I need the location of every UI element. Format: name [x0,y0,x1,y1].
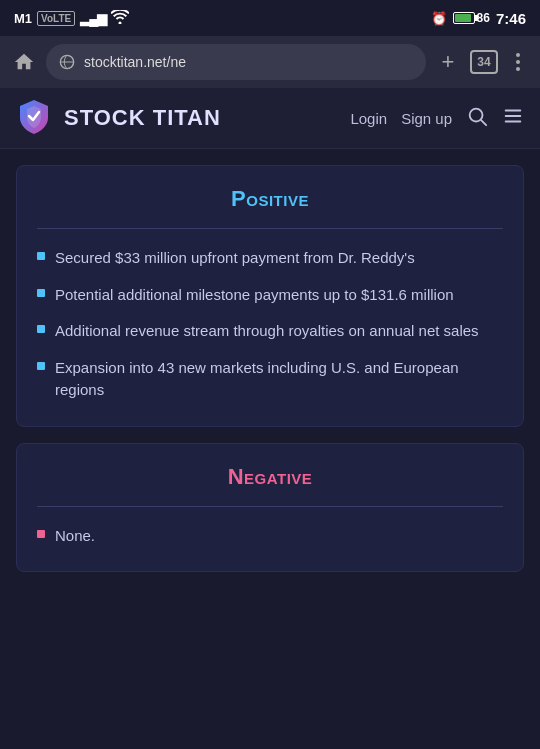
alarm-icon: ⏰ [431,11,447,26]
svg-rect-4 [505,115,522,117]
status-bar: M1 VoLTE ▂▄▆ ⏰ 86 7:46 [0,0,540,36]
list-item: Secured $33 million upfront payment from… [37,247,503,270]
positive-item-4: Expansion into 43 new markets including … [55,357,503,402]
positive-item-1: Secured $33 million upfront payment from… [55,247,415,270]
bullet-icon [37,252,45,260]
negative-title: Negative [37,464,503,490]
header-nav: Login Sign up [350,105,524,132]
bullet-icon [37,325,45,333]
wifi-icon [111,10,129,27]
svg-line-2 [481,120,486,125]
hamburger-icon[interactable] [502,105,524,132]
time-display: 7:46 [496,10,526,27]
tabs-count-button[interactable]: 34 [470,50,498,74]
site-logo[interactable] [16,98,52,138]
url-text: stocktitan.net/ne [84,54,414,70]
positive-divider [37,228,503,229]
list-item: Expansion into 43 new markets including … [37,357,503,402]
negative-item-1: None. [55,525,95,548]
bullet-icon [37,362,45,370]
svg-rect-3 [505,109,522,111]
site-lock-icon [58,53,76,71]
positive-item-3: Additional revenue stream through royalt… [55,320,479,343]
svg-rect-5 [505,120,522,122]
browser-actions: + 34 [434,48,530,76]
positive-item-2: Potential additional milestone payments … [55,284,454,307]
carrier-name: M1 [14,11,32,26]
browser-menu-button[interactable] [506,48,530,76]
bullet-icon [37,289,45,297]
list-item: Additional revenue stream through royalt… [37,320,503,343]
positive-bullet-list: Secured $33 million upfront payment from… [37,247,503,402]
site-header: STOCK TITAN Login Sign up [0,88,540,149]
browser-home-button[interactable] [10,48,38,76]
browser-chrome: stocktitan.net/ne + 34 [0,36,540,88]
bullet-icon [37,530,45,538]
negative-divider [37,506,503,507]
list-item: Potential additional milestone payments … [37,284,503,307]
negative-section: Negative None. [16,443,524,573]
positive-title: Positive [37,186,503,212]
url-bar[interactable]: stocktitan.net/ne [46,44,426,80]
battery-indicator: 86 [453,11,490,25]
signal-icon: ▂▄▆ [80,11,106,26]
login-link[interactable]: Login [350,110,387,127]
site-title: STOCK TITAN [64,105,338,131]
list-item: None. [37,525,503,548]
main-content: Positive Secured $33 million upfront pay… [0,165,540,572]
positive-section: Positive Secured $33 million upfront pay… [16,165,524,427]
carrier-info: M1 VoLTE ▂▄▆ [14,10,129,27]
volte-badge: VoLTE [37,11,75,26]
status-right: ⏰ 86 7:46 [431,10,526,27]
search-icon[interactable] [466,105,488,132]
new-tab-button[interactable]: + [434,48,462,76]
negative-bullet-list: None. [37,525,503,548]
signup-link[interactable]: Sign up [401,110,452,127]
